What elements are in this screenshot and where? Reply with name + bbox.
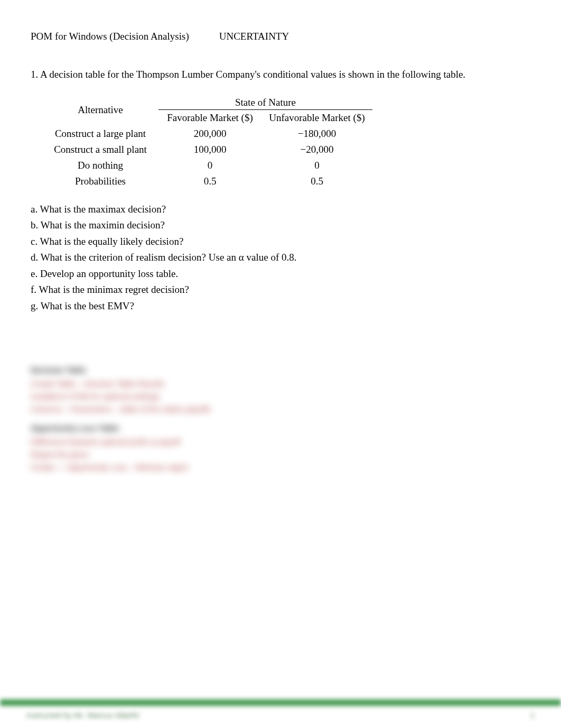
- blur-line: Columns – Parameters – table of the stat…: [31, 403, 300, 416]
- row-fav-value: 0.5: [158, 173, 261, 189]
- blur-line: Create — Opportunity Loss – Minimax regr…: [31, 461, 300, 474]
- footer-instructor: Instructed by Mr. Marcus Wijethi: [26, 711, 139, 720]
- row-fav-value: 100,000: [158, 142, 261, 158]
- table-header-favorable: Favorable Market ($): [158, 109, 261, 126]
- table-header-alternative: Alternative: [42, 95, 158, 126]
- table-header-unfavorable: Unfavorable Market ($): [261, 109, 372, 126]
- blur-group1-label: Decision Table: [31, 364, 300, 376]
- question-e: e. Develop an opportunity loss table.: [31, 266, 530, 282]
- blur-line: Installed in POM for optional settings: [31, 390, 300, 403]
- footer-page-number: 1: [530, 711, 535, 720]
- table-row: Probabilities 0.5 0.5: [42, 173, 372, 189]
- row-label: Construct a large plant: [42, 126, 158, 142]
- header-title-left: POM for Windows (Decision Analysis): [31, 31, 217, 42]
- question-c: c. What is the equally likely decision?: [31, 234, 530, 250]
- decision-table: Alternative State of Nature Favorable Ma…: [42, 95, 372, 189]
- blur-line: Create Table – Decision Table Results: [31, 377, 300, 390]
- question-a: a. What is the maximax decision?: [31, 202, 530, 217]
- row-unfav-value: −180,000: [261, 126, 372, 142]
- table-row: Do nothing 0 0: [42, 158, 372, 173]
- problem-statement: 1. A decision table for the Thompson Lum…: [31, 68, 530, 82]
- blurred-content: Decision Table Create Table – Decision T…: [31, 364, 300, 480]
- table-header-state-of-nature: State of Nature: [158, 95, 372, 110]
- question-f: f. What is the minimax regret decision?: [31, 282, 530, 298]
- blur-line: Difference between optimal profit vs pay…: [31, 436, 300, 448]
- row-unfav-value: 0: [261, 158, 372, 173]
- row-label: Probabilities: [42, 173, 158, 189]
- row-label: Construct a small plant: [42, 142, 158, 158]
- table-row: Construct a large plant 200,000 −180,000: [42, 126, 372, 142]
- question-d: d. What is the criterion of realism deci…: [31, 250, 530, 265]
- table-row: Construct a small plant 100,000 −20,000: [42, 142, 372, 158]
- question-list: a. What is the maximax decision? b. What…: [31, 202, 530, 314]
- header-title-right: UNCERTAINTY: [219, 31, 289, 42]
- row-unfav-value: 0.5: [261, 173, 372, 189]
- row-unfav-value: −20,000: [261, 142, 372, 158]
- footer-bar: [0, 699, 561, 706]
- row-fav-value: 0: [158, 158, 261, 173]
- document-header: POM for Windows (Decision Analysis) UNCE…: [31, 31, 530, 42]
- question-b: b. What is the maximin decision?: [31, 218, 530, 233]
- row-label: Do nothing: [42, 158, 158, 173]
- blur-line: Regret the given: [31, 448, 300, 461]
- question-g: g. What is the best EMV?: [31, 299, 530, 314]
- row-fav-value: 200,000: [158, 126, 261, 142]
- blur-group2-label: Opportunity Loss Table: [31, 422, 300, 435]
